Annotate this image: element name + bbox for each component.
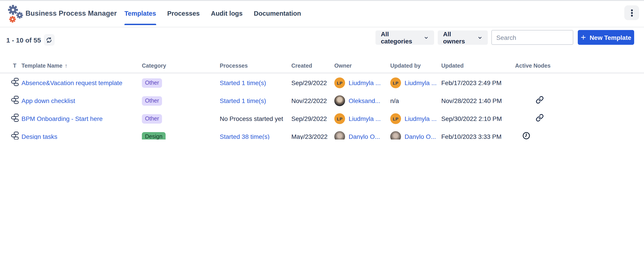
owner-cell: Oleksand... <box>334 96 390 106</box>
column-header-created[interactable]: Created <box>291 63 334 69</box>
workflow-chain-icon <box>11 131 19 140</box>
template-type-cell <box>11 96 22 106</box>
result-count: 1 - 10 of 55 <box>6 36 41 44</box>
table-row: Design tasks Design Started 38 time(s) M… <box>0 128 644 140</box>
sort-ascending-icon: ↑ <box>65 63 68 69</box>
app-title: Business Process Manager <box>26 0 117 27</box>
tab-templates[interactable]: Templates <box>124 0 156 27</box>
clock-icon <box>522 132 530 140</box>
column-header-cat[interactable]: Category <box>142 63 220 69</box>
template-type-cell <box>11 114 22 124</box>
template-name-link[interactable]: App down checklist <box>22 97 142 105</box>
template-name-link[interactable]: Absence&Vacation request template <box>22 80 142 87</box>
user-initials-avatar: LP <box>390 114 401 124</box>
not-available-text: n/a <box>390 97 399 105</box>
column-header-owner[interactable]: Owner <box>334 63 390 69</box>
user-initials-avatar: LP <box>334 114 345 124</box>
workflow-chain-icon <box>11 96 19 106</box>
user-name-link[interactable]: Danylo O... <box>404 133 436 140</box>
created-cell: May/23/2022 <box>291 133 334 140</box>
user-initials-avatar: LP <box>390 78 401 88</box>
owner-cell: LPLiudmyla ... <box>334 78 390 88</box>
owner-filter-dropdown[interactable]: All owners <box>438 31 488 45</box>
tab-documentation[interactable]: Documentation <box>254 0 301 27</box>
processes-cell: No Process started yet <box>220 115 291 122</box>
template-name-link[interactable]: BPM Onboarding - Start here <box>22 115 142 122</box>
processes-cell[interactable]: Started 1 time(s) <box>220 80 291 87</box>
table-header-row: TTemplate Name↑CategoryProcessesCreatedO… <box>0 59 644 73</box>
active-nodes-cell <box>515 96 644 106</box>
tab-audit-logs[interactable]: Audit logs <box>211 0 242 27</box>
workflow-chain-icon <box>11 114 19 124</box>
category-badge: Other <box>142 78 162 88</box>
user-name-link[interactable]: Liudmyla ... <box>349 115 381 122</box>
active-nodes-cell <box>515 114 644 124</box>
new-template-label: New Template <box>590 34 631 41</box>
category-filter-label: All categories <box>381 31 421 45</box>
user-name-link[interactable]: Danylo O... <box>349 133 380 140</box>
table-row: BPM Onboarding - Start here Other No Pro… <box>0 110 644 128</box>
column-header-updated[interactable]: Updated <box>441 63 515 69</box>
updated-cell: Feb/17/2023 2:49 PM <box>441 80 515 87</box>
updated-by-cell: n/a <box>390 97 441 105</box>
user-photo-avatar <box>334 96 345 106</box>
link-icon <box>536 114 544 124</box>
category-cell: Other <box>142 78 220 88</box>
chevron-down-icon <box>478 35 482 40</box>
kebab-menu-icon <box>628 9 635 17</box>
refresh-button[interactable] <box>44 34 54 46</box>
column-header-active[interactable]: Active Nodes <box>515 63 644 69</box>
updated-by-cell: LPLiudmyla ... <box>390 114 441 124</box>
template-table-body: Absence&Vacation request template Other … <box>0 73 644 140</box>
template-name-link[interactable]: Design tasks <box>22 133 142 140</box>
table-row: App down checklist Other Started 1 time(… <box>0 92 644 110</box>
owner-filter-label: All owners <box>443 31 474 45</box>
template-type-cell <box>11 131 22 140</box>
active-nodes-cell <box>515 132 644 140</box>
category-cell: Other <box>142 96 220 106</box>
template-type-cell <box>11 78 22 88</box>
created-cell: Nov/22/2022 <box>291 97 334 105</box>
updated-by-cell: LPLiudmyla ... <box>390 78 441 88</box>
user-name-link[interactable]: Oleksand... <box>349 97 380 105</box>
category-filter-dropdown[interactable]: All categories <box>376 31 434 45</box>
owner-cell: Danylo O... <box>334 131 390 140</box>
plus-icon <box>581 35 586 40</box>
processes-cell[interactable]: Started 1 time(s) <box>220 97 291 105</box>
new-template-button[interactable]: New Template <box>578 30 634 45</box>
search-input[interactable] <box>492 34 577 41</box>
updated-cell: Sep/30/2022 2:10 PM <box>441 115 515 122</box>
table-row: Absence&Vacation request template Other … <box>0 74 644 92</box>
category-badge: Design <box>142 132 166 140</box>
user-name-link[interactable]: Liudmyla ... <box>404 80 436 87</box>
column-header-type: T <box>11 63 22 69</box>
processes-cell[interactable]: Started 38 time(s) <box>220 133 291 140</box>
category-badge: Other <box>142 96 162 106</box>
column-header-proc[interactable]: Processes <box>220 63 291 69</box>
refresh-icon <box>46 37 52 43</box>
link-icon <box>536 96 544 106</box>
user-name-link[interactable]: Liudmyla ... <box>404 115 436 122</box>
business-process-manager-app: Business Process Manager TemplatesProces… <box>0 0 644 140</box>
nav-tabs: TemplatesProcessesAudit logsDocumentatio… <box>124 0 301 27</box>
updated-cell: Feb/10/2023 3:33 PM <box>441 133 515 140</box>
updated-by-cell: Danylo O... <box>390 131 441 140</box>
category-cell: Other <box>142 114 220 124</box>
tab-processes[interactable]: Processes <box>167 0 200 27</box>
column-header-updatedby[interactable]: Updated by <box>390 63 441 69</box>
workflow-chain-icon <box>11 78 19 88</box>
overflow-menu-button[interactable] <box>624 5 639 20</box>
category-cell: Design <box>142 132 220 140</box>
top-navigation-bar: Business Process Manager TemplatesProces… <box>0 0 644 27</box>
category-badge: Other <box>142 114 162 124</box>
user-photo-avatar <box>390 131 401 140</box>
search-field <box>492 30 573 45</box>
user-name-link[interactable]: Liudmyla ... <box>349 80 381 87</box>
column-header-name[interactable]: Template Name↑ <box>22 63 142 69</box>
app-logo-gears-icon <box>6 3 24 24</box>
created-cell: Sep/29/2022 <box>291 115 334 122</box>
user-initials-avatar: LP <box>334 78 345 88</box>
updated-cell: Nov/28/2022 1:40 PM <box>441 97 515 105</box>
created-cell: Sep/29/2022 <box>291 80 334 87</box>
owner-cell: LPLiudmyla ... <box>334 114 390 124</box>
